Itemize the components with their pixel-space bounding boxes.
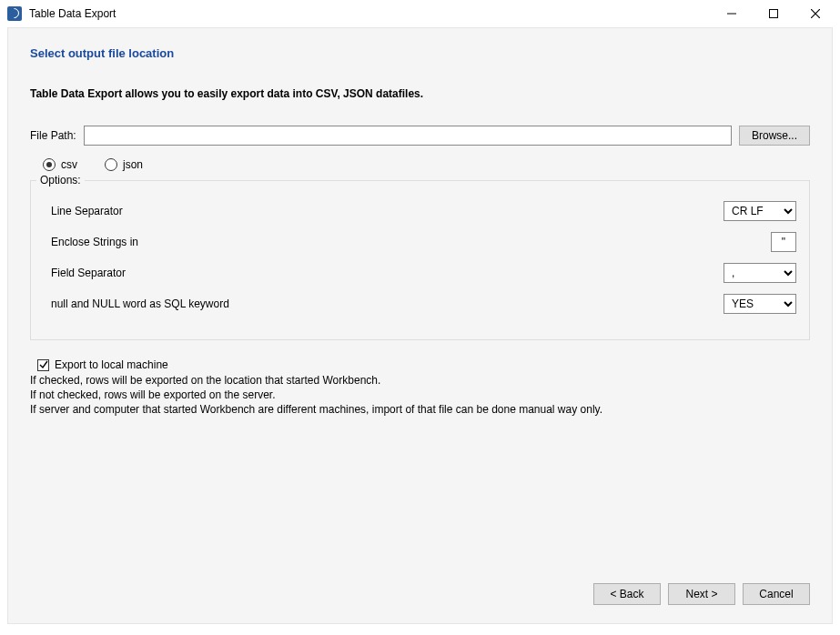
app-icon [7, 6, 22, 21]
hint-line: If not checked, rows will be exported on… [30, 388, 810, 402]
svg-rect-1 [770, 10, 778, 18]
filepath-label: File Path: [30, 129, 76, 142]
next-button[interactable]: Next > [668, 583, 735, 605]
line-separator-label: Line Separator [51, 205, 123, 217]
null-keyword-select[interactable]: YES [724, 294, 796, 314]
radio-icon [43, 158, 56, 171]
maximize-icon [769, 9, 778, 18]
hint-line: If checked, rows will be exported on the… [30, 373, 810, 388]
checkbox-icon [37, 359, 49, 371]
enclose-strings-input[interactable] [771, 232, 796, 252]
page-header: Select output file location [30, 46, 810, 60]
intro-text: Table Data Export allows you to easily e… [30, 87, 810, 100]
radio-icon [105, 158, 117, 171]
options-legend: Options: [36, 174, 85, 186]
radio-label-json: json [123, 158, 143, 171]
hint-line: If server and computer that started Work… [30, 402, 810, 417]
field-separator-label: Field Separator [51, 267, 126, 279]
minimize-icon [727, 9, 736, 18]
format-radio-json[interactable]: json [105, 158, 143, 171]
export-local-label: Export to local machine [55, 358, 168, 371]
maximize-button[interactable] [753, 0, 794, 27]
null-keyword-label: null and NULL word as SQL keyword [51, 297, 229, 310]
window-title: Table Data Export [29, 7, 116, 20]
enclose-strings-label: Enclose Strings in [51, 236, 138, 248]
wizard-panel: Select output file location Table Data E… [7, 27, 833, 624]
close-button[interactable] [794, 0, 836, 27]
close-icon [811, 9, 820, 18]
options-group: Options: Line Separator CR LF Enclose St… [30, 180, 810, 340]
export-local-checkbox[interactable]: Export to local machine [37, 358, 810, 371]
minimize-button[interactable] [711, 0, 753, 27]
format-radio-csv[interactable]: csv [43, 158, 77, 171]
titlebar: Table Data Export [0, 0, 840, 27]
back-button[interactable]: < Back [593, 583, 661, 605]
browse-button[interactable]: Browse... [739, 126, 810, 146]
filepath-input[interactable] [84, 126, 732, 146]
line-separator-select[interactable]: CR LF [724, 201, 796, 221]
field-separator-select[interactable]: , [724, 263, 796, 283]
radio-label-csv: csv [61, 158, 77, 171]
cancel-button[interactable]: Cancel [743, 583, 810, 605]
export-local-hint: If checked, rows will be exported on the… [30, 373, 810, 418]
